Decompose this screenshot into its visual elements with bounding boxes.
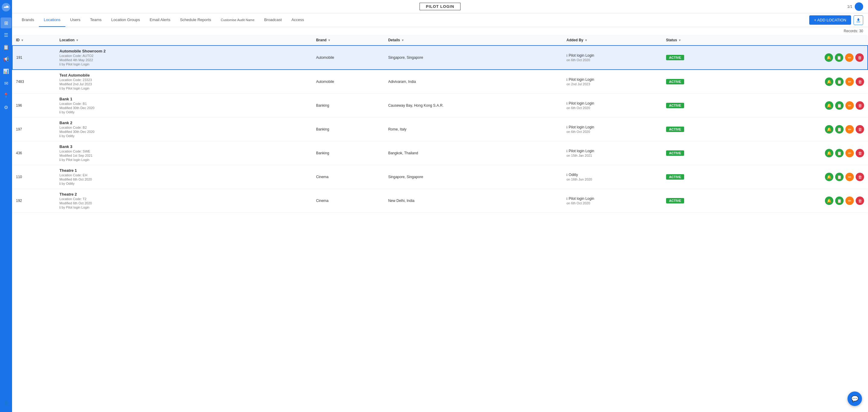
records-info: Records: 30 [12, 27, 868, 35]
delete-button[interactable]: 🗑 [855, 53, 864, 62]
table-row[interactable]: 436 Bank 3 Location Code: SWE Modified 1… [12, 141, 868, 165]
location-modified: Modified 30th Dec 2020 [59, 106, 309, 110]
topbar: PILOT LOGIN 1/1 👤 [12, 0, 868, 13]
cell-status: ACTIVE [662, 94, 735, 118]
cell-brand: Cinema [313, 189, 384, 213]
cell-actions: 🔔 📋 ✏ 🗑 [735, 165, 868, 189]
app-logo[interactable] [1, 2, 11, 12]
tab-brands[interactable]: Brands [17, 13, 39, 27]
cell-brand: Banking [313, 94, 384, 118]
copy-button[interactable]: 📋 [835, 196, 844, 205]
delete-button[interactable]: 🗑 [856, 196, 864, 205]
bell-button[interactable]: 🔔 [825, 125, 833, 133]
col-header-status[interactable]: Status ▼ [662, 35, 735, 45]
bell-button[interactable]: 🔔 [825, 53, 833, 62]
action-icons: 🔔 📋 ✏ 🗑 [738, 101, 864, 110]
cell-status: ACTIVE [662, 118, 735, 141]
location-sort-icon[interactable]: ▼ [76, 39, 79, 42]
col-header-added-by[interactable]: Added By ▼ [563, 35, 662, 45]
cell-status: ACTIVE [662, 45, 735, 70]
table-row[interactable]: 191 Automobile Showroom 2 Location Code:… [12, 45, 868, 70]
tab-teams[interactable]: Teams [85, 13, 106, 27]
copy-button[interactable]: 📋 [835, 77, 844, 86]
tab-broadcast[interactable]: Broadcast [259, 13, 287, 27]
chat-icon: 💬 [851, 395, 859, 402]
location-code: Location Code: 23323 [59, 78, 309, 82]
table-row[interactable]: 197 Bank 2 Location Code: B2 Modified 30… [12, 118, 868, 141]
copy-button[interactable]: 📋 [835, 53, 843, 62]
add-location-button[interactable]: + ADD LOCATION [809, 15, 851, 25]
edit-button[interactable]: ✏ [845, 101, 854, 110]
cell-brand: Banking [313, 118, 384, 141]
delete-button[interactable]: 🗑 [856, 101, 864, 110]
delete-button[interactable]: 🗑 [856, 173, 864, 181]
copy-button[interactable]: 📋 [835, 125, 844, 133]
user-avatar[interactable]: 👤 [855, 2, 863, 11]
status-badge: ACTIVE [666, 174, 684, 180]
bell-button[interactable]: 🔔 [825, 149, 833, 157]
sidebar-icon-envelope[interactable]: ✉ [1, 78, 11, 89]
tab-location-groups[interactable]: Location Groups [106, 13, 145, 27]
cell-location: Bank 1 Location Code: B1 Modified 30th D… [56, 94, 312, 118]
table-row[interactable]: 110 Theatre 1 Location Code: EH Modified… [12, 165, 868, 189]
location-by: ℹ by Oditly [59, 134, 309, 138]
added-by-name: Pilot login Login [569, 53, 594, 58]
edit-button[interactable]: ✏ [845, 173, 854, 181]
edit-button[interactable]: ✏ [845, 125, 854, 133]
added-by-sort-icon[interactable]: ▼ [584, 39, 587, 42]
id-sort-icon[interactable]: ▼ [21, 39, 24, 42]
location-by: ℹ by Oditly [59, 110, 309, 114]
bell-button[interactable]: 🔔 [825, 173, 833, 181]
tab-locations[interactable]: Locations [39, 13, 65, 27]
col-header-details[interactable]: Details ▼ [384, 35, 563, 45]
delete-button[interactable]: 🗑 [856, 149, 864, 157]
info-icon: ℹ [59, 182, 61, 185]
tab-access[interactable]: Access [287, 13, 309, 27]
sidebar-icon-location[interactable]: 📍 [1, 90, 11, 101]
delete-button[interactable]: 🗑 [856, 77, 864, 86]
sidebar-icon-chart[interactable]: 📊 [1, 66, 11, 76]
cell-details: Singapore, Singapore [384, 165, 563, 189]
added-by-info-icon: ℹ [566, 197, 567, 200]
copy-button[interactable]: 📋 [835, 173, 844, 181]
added-by-name: Pilot login Login [569, 77, 594, 82]
cell-status: ACTIVE [662, 189, 735, 213]
table-row[interactable]: 7483 Test Automobile Location Code: 2332… [12, 70, 868, 94]
app-title: PILOT LOGIN [420, 3, 461, 10]
sidebar-icon-megaphone[interactable]: 📢 [1, 54, 11, 64]
details-sort-icon[interactable]: ▼ [401, 39, 404, 42]
bell-button[interactable]: 🔔 [825, 77, 833, 86]
col-header-id[interactable]: ID ▼ [12, 35, 56, 45]
bell-button[interactable]: 🔔 [825, 196, 833, 205]
sidebar-icon-list[interactable]: ☰ [1, 30, 11, 40]
edit-button[interactable]: ✏ [845, 53, 854, 62]
location-name: Bank 2 [59, 121, 309, 125]
sidebar-icon-document[interactable]: 📋 [1, 41, 11, 53]
sidebar-icon-settings[interactable]: ⚙ [1, 102, 11, 113]
tab-email-alerts[interactable]: Email Alerts [145, 13, 176, 27]
download-button[interactable] [854, 15, 863, 25]
sidebar-icon-user-settings[interactable]: 👤 [1, 398, 11, 408]
edit-button[interactable]: ✏ [845, 196, 854, 205]
table-row[interactable]: 196 Bank 1 Location Code: B1 Modified 30… [12, 94, 868, 118]
delete-button[interactable]: 🗑 [856, 125, 864, 133]
sidebar-icon-grid[interactable]: ⊞ [1, 18, 11, 28]
location-modified: Modified 2nd Jul 2023 [59, 82, 309, 86]
bell-button[interactable]: 🔔 [825, 101, 833, 110]
tab-customise-audit-name[interactable]: Customise Audit Name [216, 14, 259, 27]
brand-sort-icon[interactable]: ▼ [328, 39, 331, 42]
status-badge: ACTIVE [666, 198, 684, 203]
col-header-location[interactable]: Location ▼ [56, 35, 312, 45]
status-sort-icon[interactable]: ▼ [678, 39, 681, 42]
cell-status: ACTIVE [662, 141, 735, 165]
copy-button[interactable]: 📋 [835, 101, 844, 110]
copy-button[interactable]: 📋 [835, 149, 844, 157]
edit-button[interactable]: ✏ [845, 149, 854, 157]
table-row[interactable]: 192 Theatre 2 Location Code: T2 Modified… [12, 189, 868, 213]
tab-schedule-reports[interactable]: Schedule Reports [175, 13, 216, 27]
chat-button[interactable]: 💬 [847, 391, 862, 406]
tab-users[interactable]: Users [65, 13, 85, 27]
info-icon: ℹ [59, 134, 61, 138]
col-header-brand[interactable]: Brand ▼ [313, 35, 384, 45]
edit-button[interactable]: ✏ [845, 77, 854, 86]
